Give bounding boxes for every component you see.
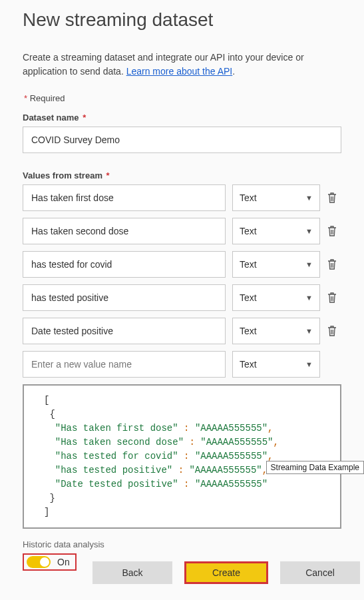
toggle-knob bbox=[40, 557, 49, 567]
stream-value-name-input[interactable] bbox=[23, 218, 226, 244]
stream-type-select[interactable]: Text▼ bbox=[232, 318, 320, 344]
stream-type-select[interactable]: Text▼ bbox=[232, 251, 320, 278]
required-note: * Required bbox=[23, 93, 341, 103]
stream-value-name-input[interactable] bbox=[23, 351, 226, 378]
historic-analysis-label: Historic data analysis bbox=[23, 539, 341, 549]
stream-row: Text▼ bbox=[23, 218, 341, 244]
dataset-name-label: Dataset name * bbox=[23, 113, 341, 123]
stream-type-value: Text bbox=[240, 192, 257, 203]
delete-icon[interactable] bbox=[327, 325, 339, 337]
stream-row: Text▼ bbox=[23, 184, 341, 211]
tooltip: Streaming Data Example bbox=[266, 461, 364, 474]
stream-type-value: Text bbox=[240, 326, 257, 336]
chevron-down-icon: ▼ bbox=[305, 294, 313, 302]
stream-value-name-input[interactable] bbox=[23, 318, 226, 344]
stream-row: Text▼ bbox=[23, 251, 341, 278]
delete-icon[interactable] bbox=[327, 292, 339, 304]
chevron-down-icon: ▼ bbox=[305, 360, 313, 368]
stream-row: Text▼ bbox=[23, 284, 341, 311]
stream-type-value: Text bbox=[240, 359, 257, 370]
asterisk-icon: * bbox=[24, 93, 27, 103]
learn-more-link[interactable]: Learn more about the API bbox=[126, 66, 233, 77]
chevron-down-icon: ▼ bbox=[305, 260, 313, 268]
create-button-highlight: Create bbox=[184, 561, 268, 584]
json-preview: [ { "Has taken first dose" : "AAAAA55555… bbox=[23, 384, 341, 529]
chevron-down-icon: ▼ bbox=[305, 227, 313, 235]
button-bar: Back Create Cancel bbox=[92, 561, 360, 584]
create-button[interactable]: Create bbox=[186, 563, 266, 582]
stream-type-select[interactable]: Text▼ bbox=[232, 351, 320, 378]
stream-row: Text▼ bbox=[23, 351, 341, 378]
stream-type-select[interactable]: Text▼ bbox=[232, 284, 320, 311]
back-button[interactable]: Back bbox=[92, 561, 172, 584]
chevron-down-icon: ▼ bbox=[305, 327, 313, 335]
stream-type-select[interactable]: Text▼ bbox=[232, 218, 320, 244]
stream-type-value: Text bbox=[240, 292, 257, 303]
values-from-stream-label: Values from stream * bbox=[23, 170, 341, 180]
stream-type-value: Text bbox=[240, 259, 257, 270]
dataset-name-input[interactable] bbox=[23, 127, 341, 153]
delete-icon[interactable] bbox=[327, 258, 339, 270]
stream-type-value: Text bbox=[240, 226, 257, 236]
asterisk-icon: * bbox=[106, 170, 110, 180]
historic-toggle-highlight: On bbox=[23, 553, 77, 571]
delete-icon[interactable] bbox=[327, 225, 339, 237]
stream-type-select[interactable]: Text▼ bbox=[232, 184, 320, 211]
page-title: New streaming dataset bbox=[23, 9, 341, 31]
stream-value-name-input[interactable] bbox=[23, 284, 226, 311]
chevron-down-icon: ▼ bbox=[305, 194, 313, 202]
stream-value-name-input[interactable] bbox=[23, 251, 226, 278]
delete-icon[interactable] bbox=[327, 192, 339, 204]
historic-toggle[interactable] bbox=[27, 556, 51, 568]
intro-text: Create a streaming dataset and integrate… bbox=[23, 51, 341, 79]
stream-value-name-input[interactable] bbox=[23, 184, 226, 211]
stream-row: Text▼ bbox=[23, 318, 341, 344]
asterisk-icon: * bbox=[83, 113, 86, 123]
cancel-button[interactable]: Cancel bbox=[280, 561, 360, 584]
historic-toggle-state: On bbox=[57, 557, 70, 567]
